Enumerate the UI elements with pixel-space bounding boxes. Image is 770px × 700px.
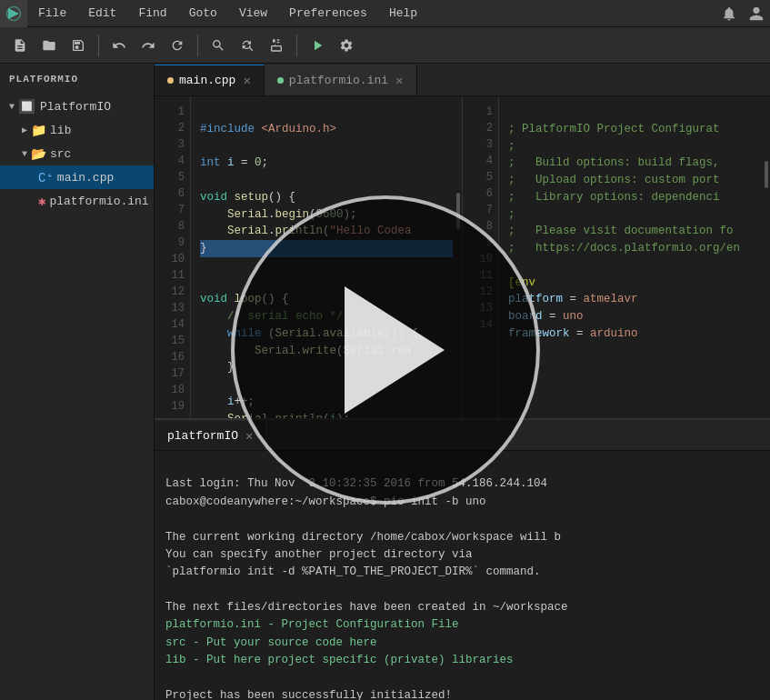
terminal-tab-label: platformIO	[167, 429, 238, 443]
sidebar-maincpp-label: main.cpp	[57, 171, 114, 185]
chevron-down-icon-src: ▼	[22, 149, 27, 159]
toolbar-separator-2	[197, 35, 198, 56]
term-line-5: You can specify another project director…	[165, 548, 473, 561]
sidebar-src-label: src	[50, 147, 71, 161]
tab-maincpp[interactable]: main.cpp ✕	[155, 65, 265, 95]
sidebar-lib-label: lib	[50, 124, 71, 137]
term-line-2: cabox@codeanywhere:~/workspace$ pio init…	[165, 495, 486, 508]
tab-platformioini-label: platformio.ini	[289, 74, 388, 87]
sidebar-item-maincpp[interactable]: C⁺ main.cpp	[0, 165, 154, 189]
tab-dot-ini	[277, 77, 284, 84]
chevron-down-icon: ▼	[9, 102, 15, 112]
notifications-icon[interactable]	[715, 0, 743, 27]
undo-button[interactable]	[106, 33, 132, 58]
menu-file[interactable]: File	[27, 0, 77, 27]
scrollbar-right[interactable]	[765, 161, 768, 188]
term-line-6: `platformio init -d %PATH_TO_THE_PROJECT…	[165, 565, 541, 578]
terminal-tab-close[interactable]: ✕	[245, 428, 253, 444]
sidebar-platformio-label: PlatformIO	[40, 100, 111, 114]
menu-find[interactable]: Find	[127, 0, 177, 27]
replace-button[interactable]	[235, 33, 260, 58]
refresh-button[interactable]	[165, 33, 190, 58]
sidebar: platformio ▼ 🔲 PlatformIO ▶ 📁 lib ▼ 📂 sr…	[0, 64, 155, 700]
menu-edit[interactable]: Edit	[77, 0, 127, 27]
settings-button[interactable]	[334, 33, 359, 58]
open-button[interactable]	[36, 33, 62, 58]
chevron-right-icon: ▶	[22, 125, 27, 135]
sidebar-platformioini-label: platformio.ini	[49, 195, 148, 208]
file-ini-icon: ✱	[38, 194, 45, 209]
tab-close-ini[interactable]: ✕	[395, 73, 403, 88]
menu-view[interactable]: View	[228, 0, 278, 27]
run-button[interactable]	[305, 33, 330, 58]
sidebar-item-lib[interactable]: ▶ 📁 lib	[0, 118, 154, 142]
term-line-4: The current working directory /home/cabo…	[165, 531, 561, 544]
account-icon[interactable]	[743, 0, 770, 27]
app-logo	[0, 0, 27, 27]
term-line-8: The next files/directories have been cre…	[165, 601, 568, 614]
sidebar-item-src[interactable]: ▼ 📂 src	[0, 142, 154, 165]
folder-icon: 📁	[31, 123, 46, 138]
menu-goto[interactable]: Goto	[178, 0, 228, 27]
terminal-content[interactable]: Last login: Thu Nov 3 10:32:35 2016 from…	[155, 451, 770, 700]
play-triangle-icon	[345, 286, 445, 414]
new-file-button[interactable]	[7, 33, 33, 58]
save-button[interactable]	[65, 33, 91, 58]
sidebar-item-platformioini[interactable]: ✱ platformio.ini	[0, 189, 154, 213]
term-line-10: src - Put your source code here	[165, 636, 377, 649]
search-button[interactable]	[205, 33, 231, 58]
tab-maincpp-label: main.cpp	[179, 74, 235, 87]
sidebar-header: platformio	[0, 64, 154, 95]
play-button[interactable]	[231, 195, 540, 505]
redo-button[interactable]	[135, 33, 161, 58]
menu-preferences[interactable]: Preferences	[278, 0, 378, 27]
sidebar-item-platformio[interactable]: ▼ 🔲 PlatformIO	[0, 95, 154, 118]
toolbar-separator-1	[98, 35, 99, 56]
term-line-13: Project has been successfully initialize…	[165, 689, 452, 700]
toolbar	[0, 27, 770, 64]
diff-button[interactable]	[264, 33, 289, 58]
code-content-right[interactable]: ; PlatformIO Project Configurat ; ; Buil…	[499, 96, 770, 418]
menu-help[interactable]: Help	[378, 0, 428, 27]
line-numbers-left: 12345 678910 1112131415 16171819	[155, 96, 191, 418]
file-c-icon: C⁺	[38, 170, 54, 185]
tab-dot-modified	[167, 77, 174, 84]
folder-src-icon: 📂	[31, 146, 46, 162]
platformio-icon: 🔲	[18, 98, 35, 115]
menubar: File Edit Find Goto View Preferences Hel…	[0, 0, 770, 27]
term-line-9: platformio.ini - Project Configuration F…	[165, 618, 459, 631]
toolbar-separator-3	[296, 35, 297, 56]
tab-bar: main.cpp ✕ platformio.ini ✕	[155, 64, 770, 96]
term-line-11: lib - Put here project specific (private…	[165, 654, 514, 666]
tab-platformioini[interactable]: platformio.ini ✕	[265, 65, 417, 95]
svg-marker-0	[8, 8, 19, 19]
tab-close-maincpp[interactable]: ✕	[243, 73, 250, 88]
